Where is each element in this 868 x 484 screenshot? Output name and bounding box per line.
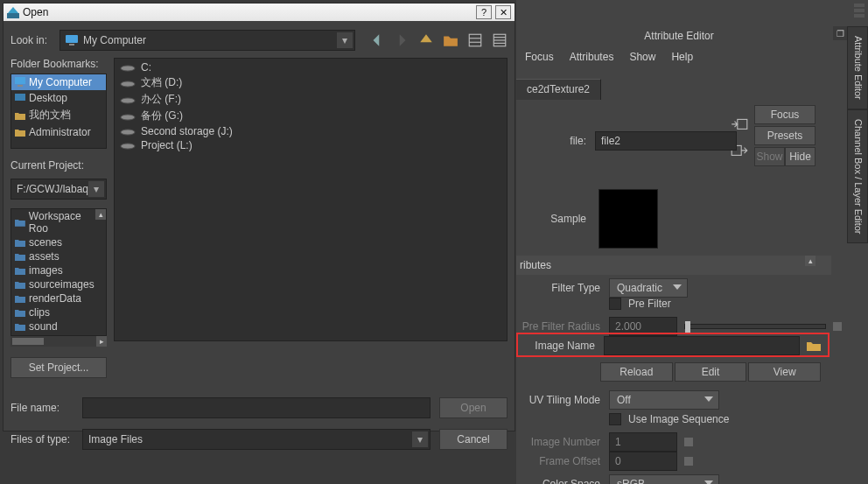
bookmark-my-computer[interactable]: My Computer	[11, 74, 106, 90]
folder-icon	[15, 321, 25, 332]
file-browser[interactable]: C: 文档 (D:) 办公 (F:) 备份 (G:) Second storag…	[114, 58, 508, 341]
list-item[interactable]: assets	[11, 249, 106, 263]
bookmark-administrator[interactable]: Administrator	[11, 124, 106, 140]
frame-offset-input[interactable]: 0	[609, 452, 677, 471]
pre-filter-radius-slider[interactable]	[684, 324, 826, 329]
drive-item[interactable]: C:	[118, 60, 503, 74]
help-button[interactable]: ?	[476, 5, 492, 19]
new-folder-icon[interactable]	[443, 32, 458, 48]
hide-button[interactable]: Hide	[785, 147, 816, 166]
list-item[interactable]: scenes	[11, 235, 106, 249]
lookin-dropdown[interactable]: My Computer ▾	[60, 30, 355, 51]
filetype-dropdown[interactable]: Image Files ▾	[82, 429, 430, 450]
list-item[interactable]: scripts	[11, 333, 106, 336]
reload-button[interactable]: Reload	[600, 362, 673, 382]
list-item[interactable]: sourceimages	[11, 277, 106, 291]
show-button[interactable]: Show	[754, 147, 785, 166]
drive-icon	[120, 63, 136, 72]
image-name-input[interactable]	[604, 336, 800, 355]
ws-label: scenes	[29, 236, 62, 249]
list-item[interactable]: renderData	[11, 291, 106, 305]
workspace-hscroll[interactable]: ▸	[10, 336, 107, 347]
folder-icon	[15, 307, 25, 318]
bookmark-documents[interactable]: 我的文档	[11, 106, 106, 124]
grip-icon[interactable]	[854, 4, 864, 25]
section-header-attributes[interactable]: ributes	[516, 256, 831, 275]
view-button[interactable]: View	[748, 362, 821, 382]
slider-thumb[interactable]	[685, 321, 690, 333]
sample-swatch[interactable]	[598, 189, 658, 249]
connection-indicator-icon[interactable]	[684, 457, 693, 466]
uv-tiling-row: UV Tiling Mode Off	[516, 390, 719, 410]
close-button[interactable]: ✕	[495, 5, 511, 19]
list-item[interactable]: sound	[11, 319, 106, 333]
browse-folder-icon[interactable]	[807, 340, 821, 351]
connection-indicator-icon[interactable]	[684, 438, 693, 446]
folder-icon	[15, 335, 25, 336]
list-item[interactable]: clips	[11, 305, 106, 319]
scrollbar-thumb[interactable]	[12, 338, 44, 345]
color-space-dropdown[interactable]: sRGB	[609, 474, 719, 484]
sample-row: Sample	[516, 189, 658, 249]
set-project-button[interactable]: Set Project...	[10, 357, 107, 378]
edit-button[interactable]: Edit	[675, 362, 747, 382]
use-image-seq-row: Use Image Sequence	[516, 413, 729, 425]
ws-label: images	[29, 264, 63, 277]
file-input[interactable]: file2	[595, 131, 737, 151]
scroll-up-icon[interactable]: ▴	[95, 209, 106, 220]
menu-attributes[interactable]: Attributes	[570, 51, 614, 63]
edit-label: Edit	[702, 366, 720, 378]
menu-show[interactable]: Show	[629, 51, 655, 63]
filename-input[interactable]	[82, 397, 430, 418]
current-project-dropdown[interactable]: F:/GCWJ/labaque ▾	[10, 179, 107, 200]
drive-item[interactable]: Project (L:)	[118, 138, 503, 152]
side-tab-channel-box[interactable]: Channel Box / Layer Editor	[847, 109, 868, 243]
image-number-input[interactable]: 1	[609, 432, 677, 452]
ws-label: Workspace Roo	[29, 210, 102, 235]
bookmark-label: My Computer	[29, 76, 92, 88]
connection-indicator-icon[interactable]	[833, 322, 842, 331]
bookmarks-list[interactable]: My Computer Desktop 我的文档 Administrator	[10, 74, 107, 149]
scroll-right-icon[interactable]: ▸	[96, 336, 107, 347]
list-item[interactable]: Workspace Roo	[11, 209, 106, 235]
svg-point-14	[121, 81, 135, 87]
forward-icon[interactable]	[394, 32, 410, 48]
focus-label: Focus	[771, 109, 800, 121]
open-button[interactable]: Open	[439, 397, 508, 418]
side-tab-attribute-editor[interactable]: Attribute Editor	[847, 26, 868, 109]
scroll-up-icon[interactable]: ▴	[805, 256, 816, 266]
undock-icon[interactable]: ❐	[833, 26, 847, 40]
attribute-editor-area: Attribute Editor ❐ ✕ Focus Attributes Sh…	[516, 0, 868, 484]
drive-item[interactable]: 文档 (D:)	[118, 74, 503, 91]
folder-icon	[15, 251, 25, 262]
bookmark-desktop[interactable]: Desktop	[11, 90, 106, 106]
menu-help[interactable]: Help	[671, 51, 693, 63]
bookmark-label: 我的文档	[29, 108, 71, 123]
filter-type-dropdown[interactable]: Quadratic	[609, 278, 688, 298]
node-tab-label: ce2dTexture2	[527, 83, 590, 95]
detail-view-icon[interactable]	[492, 32, 508, 48]
list-item[interactable]: images	[11, 263, 106, 277]
up-icon[interactable]	[418, 32, 434, 48]
panel-title-bar[interactable]: Attribute Editor	[516, 26, 842, 46]
drive-label: 办公 (F:)	[141, 92, 181, 107]
drive-item[interactable]: Second storage (J:)	[118, 124, 503, 138]
use-image-seq-checkbox[interactable]	[609, 413, 621, 425]
left-column: Folder Bookmarks: My Computer Desktop 我的…	[10, 58, 107, 378]
workspace-list[interactable]: Workspace Roo scenes assets images sourc…	[10, 208, 107, 336]
drive-item[interactable]: 备份 (G:)	[118, 108, 503, 124]
pre-filter-checkbox[interactable]	[609, 298, 621, 310]
folder-icon	[15, 127, 25, 137]
drive-item[interactable]: 办公 (F:)	[118, 91, 503, 108]
side-tab-label: Attribute Editor	[853, 36, 864, 100]
uv-tiling-dropdown[interactable]: Off	[609, 390, 719, 410]
presets-button[interactable]: Presets	[754, 126, 816, 145]
focus-button[interactable]: Focus	[754, 105, 816, 124]
back-icon[interactable]	[369, 32, 385, 48]
cancel-button[interactable]: Cancel	[439, 429, 508, 450]
color-space-value: sRGB	[617, 478, 645, 484]
list-view-icon[interactable]	[467, 32, 483, 48]
menu-focus[interactable]: Focus	[525, 51, 554, 63]
dialog-titlebar[interactable]: Open ? ✕	[4, 4, 514, 21]
node-tab[interactable]: ce2dTexture2	[516, 79, 601, 100]
